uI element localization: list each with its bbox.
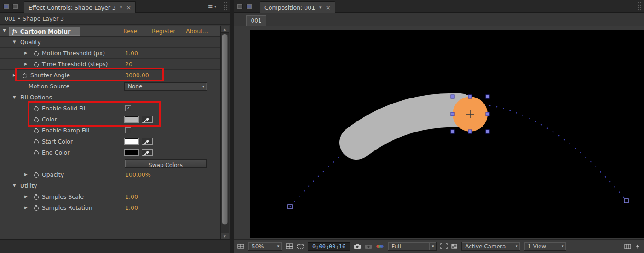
close-icon[interactable]: × [126, 4, 131, 11]
expand-icon[interactable]: ▶ [24, 169, 28, 180]
panel-lock-icon[interactable] [246, 4, 252, 9]
param-row-motion-threshold[interactable]: ▶ Motion Threshold (px) 1.00 [0, 48, 220, 59]
always-preview-icon[interactable] [237, 243, 244, 249]
stopwatch-icon[interactable] [34, 139, 39, 144]
fast-previews-icon[interactable] [635, 243, 640, 249]
stopwatch-icon[interactable] [34, 106, 39, 111]
panel-grip[interactable] [224, 2, 229, 11]
param-value[interactable]: 3000.00 [125, 70, 149, 80]
param-row-shutter-angle[interactable]: ▶ Shutter Angle 3000.00 [0, 70, 220, 81]
tab-title: Composition: 001 [264, 4, 315, 11]
param-label: Start Color [42, 136, 73, 147]
tab-composition[interactable]: Composition: 001 ▾ × [260, 1, 335, 13]
scroll-down-icon[interactable]: ▼ [221, 233, 229, 239]
chevron-down-icon[interactable]: ▾ [319, 5, 322, 10]
param-row-color[interactable]: Color [0, 114, 220, 125]
comp-tab-001[interactable]: 001 [246, 15, 266, 26]
group-row-utility[interactable]: ▼ Utility [0, 180, 220, 191]
enable-ramp-fill-checkbox[interactable] [125, 127, 131, 133]
tab-title: Effect Controls: Shape Layer 3 [29, 4, 116, 11]
color-swatch[interactable] [125, 116, 138, 122]
stopwatch-icon[interactable] [22, 73, 27, 78]
param-row-time-threshold[interactable]: ▶ Time Threshold (steps) 20 [0, 59, 220, 70]
collapse-icon[interactable]: ▼ [3, 28, 6, 33]
stopwatch-icon[interactable] [34, 51, 39, 56]
tab-effect-controls[interactable]: Effect Controls: Shape Layer 3 ▾ × [24, 1, 136, 13]
stopwatch-icon[interactable] [34, 150, 39, 155]
current-time-display[interactable]: 0;00;00;16 [308, 242, 350, 251]
param-row-samples-rotation[interactable]: ▶ Samples Rotation 1.00 [0, 202, 220, 213]
enable-solid-fill-checkbox[interactable]: ✓ [125, 105, 131, 111]
param-label: Color [42, 114, 57, 125]
param-value[interactable]: 100.00% [125, 169, 151, 180]
panel-divider[interactable] [230, 0, 234, 253]
region-of-interest-icon[interactable] [440, 243, 448, 249]
end-color-swatch[interactable] [125, 150, 138, 155]
param-value[interactable]: 1.00 [125, 191, 138, 202]
stopwatch-icon[interactable] [34, 62, 39, 67]
param-value[interactable]: 1.00 [125, 202, 138, 213]
resolution-select[interactable]: Full ▾ [388, 242, 437, 251]
transparency-grid-icon[interactable] [451, 244, 458, 249]
keyframe-endpoints[interactable] [288, 199, 628, 209]
reset-link[interactable]: Reset [123, 28, 139, 34]
group-row-fill-options[interactable]: ▼ Fill Options [0, 92, 220, 103]
expand-icon[interactable]: ▶ [24, 202, 28, 213]
close-icon[interactable]: × [326, 4, 331, 11]
3d-view-select[interactable]: Active Camera ▾ [461, 242, 520, 251]
stopwatch-icon[interactable] [34, 117, 39, 122]
collapse-icon[interactable]: ▼ [13, 180, 16, 191]
expand-icon[interactable]: ▶ [24, 48, 28, 58]
pixel-aspect-correction-icon[interactable] [624, 244, 631, 249]
show-channel-icon[interactable] [376, 243, 384, 249]
param-row-enable-ramp-fill[interactable]: Enable Ramp Fill [0, 125, 220, 136]
panel-frame-icon[interactable] [237, 4, 243, 9]
composition-canvas[interactable] [250, 30, 644, 238]
eyedropper-icon[interactable] [142, 116, 153, 123]
panel-frame-icon[interactable] [3, 4, 9, 9]
effect-selected-name[interactable]: fx Cartoon Moblur [9, 27, 80, 36]
start-color-swatch[interactable] [125, 138, 138, 144]
snapshot-camera-icon[interactable] [354, 243, 361, 249]
eyedropper-icon[interactable] [142, 149, 153, 156]
grid-and-guides-icon[interactable] [286, 243, 293, 249]
collapse-icon[interactable]: ▼ [13, 92, 16, 103]
param-value[interactable]: 20 [125, 59, 132, 69]
effect-header-row[interactable]: ▼ fx Cartoon Moblur Reset Register About… [0, 26, 220, 37]
expand-icon[interactable]: ▶ [24, 191, 28, 202]
panel-grip[interactable] [638, 2, 643, 11]
register-link[interactable]: Register [152, 28, 175, 34]
expand-icon[interactable]: ▶ [13, 70, 16, 80]
show-snapshot-icon[interactable] [365, 243, 372, 249]
group-row-quality[interactable]: ▼ Quality [0, 37, 220, 48]
chevron-down-icon[interactable]: ▾ [120, 5, 122, 10]
panel-menu-icon[interactable]: ≡ ▾ [208, 3, 216, 10]
scrollbar-thumb[interactable] [222, 34, 228, 225]
panel-lock-icon[interactable] [12, 4, 18, 9]
param-row-motion-source[interactable]: Motion Source None ▾ [0, 81, 220, 92]
view-layout-value: 1 View [528, 243, 546, 250]
about-link[interactable]: About... [186, 28, 208, 34]
motion-source-dropdown[interactable]: None ▾ [124, 82, 207, 91]
collapse-icon[interactable]: ▼ [13, 37, 16, 47]
expand-icon[interactable]: ▶ [24, 59, 28, 69]
swap-colors-button[interactable]: Swap Colors [125, 160, 206, 167]
param-row-start-color[interactable]: Start Color [0, 136, 220, 147]
stopwatch-icon[interactable] [34, 128, 39, 133]
mask-path-visibility-icon[interactable] [297, 243, 304, 249]
param-label: Motion Source [29, 81, 69, 92]
param-value[interactable]: 1.00 [125, 48, 138, 58]
param-label: End Color [42, 147, 69, 158]
scroll-up-icon[interactable]: ▲ [221, 26, 229, 33]
eyedropper-icon[interactable] [142, 138, 153, 145]
stopwatch-icon[interactable] [34, 194, 39, 199]
param-row-end-color[interactable]: End Color [0, 147, 220, 158]
view-layout-select[interactable]: 1 View ▾ [524, 242, 566, 251]
stopwatch-icon[interactable] [34, 205, 39, 210]
param-row-opacity[interactable]: ▶ Opacity 100.00% [0, 169, 220, 180]
param-row-samples-scale[interactable]: ▶ Samples Scale 1.00 [0, 191, 220, 202]
param-row-enable-solid-fill[interactable]: Enable Solid Fill ✓ [0, 103, 220, 114]
zoom-select[interactable]: 50% ▾ [248, 242, 282, 251]
stopwatch-icon[interactable] [34, 172, 39, 177]
vertical-scrollbar[interactable]: ▲ ▼ [220, 26, 229, 239]
